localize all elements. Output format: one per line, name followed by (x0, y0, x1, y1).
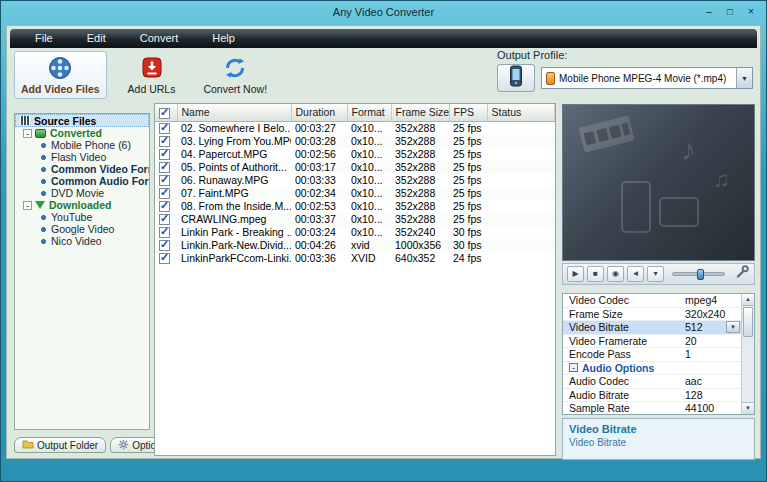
output-profile-select[interactable]: Mobile Phone MPEG-4 Movie (*.mp4) ▼ (541, 67, 753, 89)
dropdown-arrow-icon[interactable]: ▼ (736, 68, 752, 88)
output-folder-tab[interactable]: Output Folder (14, 437, 106, 453)
table-row[interactable]: Linkin Park - Breaking ...00:03:240x10..… (155, 226, 555, 239)
tree-item-common-video-form[interactable]: Common Video Form (15, 163, 149, 175)
table-row[interactable]: 07. Faint.MPG00:02:340x10...352x28825 fp… (155, 187, 555, 200)
device-button[interactable] (497, 64, 535, 92)
row-checkbox[interactable] (159, 162, 170, 173)
menu-edit[interactable]: Edit (70, 29, 123, 48)
scroll-down-button[interactable]: ▼ (742, 402, 754, 414)
select-all-header[interactable] (155, 104, 177, 121)
row-checkbox[interactable] (159, 175, 170, 186)
row-checkbox[interactable] (159, 188, 170, 199)
row-checkbox[interactable] (159, 253, 170, 264)
minimize-button[interactable]: – (702, 5, 716, 19)
row-checkbox-cell (155, 121, 177, 135)
tree-item-mobile-phone-6-[interactable]: Mobile Phone (6) (15, 139, 149, 151)
tree-item-label: Source Files (34, 115, 96, 127)
menu-file[interactable]: File (18, 29, 70, 48)
menu-convert[interactable]: Convert (123, 29, 196, 48)
setting-row-audio-options[interactable]: -Audio Options (563, 362, 741, 376)
titlebar[interactable]: Any Video Converter – □ × (1, 1, 766, 25)
tree-item-converted[interactable]: -Converted (15, 127, 149, 139)
tree-item-downloaded[interactable]: -Downloaded (15, 199, 149, 211)
setting-row-encode-pass[interactable]: Encode Pass1 (563, 348, 741, 362)
setting-label-text: Video Bitrate (569, 321, 629, 333)
value-dropdown-button[interactable]: ▼ (726, 321, 740, 333)
tree-item-dvd-movie[interactable]: DVD Movie (15, 187, 149, 199)
setting-row-audio-codec[interactable]: Audio Codecaac (563, 375, 741, 389)
close-button[interactable]: × (744, 5, 758, 19)
row-checkbox[interactable] (159, 136, 170, 147)
setting-row-frame-size[interactable]: Frame Size320x240 (563, 308, 741, 322)
cell-format: 0x10... (347, 135, 391, 148)
video-preview: ♪ ♫ (562, 104, 755, 261)
row-checkbox[interactable] (159, 214, 170, 225)
table-row[interactable]: 03. Lying From You.MPG00:03:280x10...352… (155, 135, 555, 148)
column-header-frame-size[interactable]: Frame Size (391, 104, 449, 121)
bullet-icon (41, 227, 46, 232)
column-header-name[interactable]: Name (177, 104, 291, 121)
setting-row-sample-rate[interactable]: Sample Rate44100 (563, 402, 741, 415)
setting-row-video-bitrate[interactable]: Video Bitrate512▼ (563, 321, 741, 335)
window-title: Any Video Converter (1, 6, 766, 18)
more-dropdown-button[interactable]: ▾ (647, 266, 664, 282)
row-checkbox[interactable] (159, 123, 170, 134)
tree-item-flash-video[interactable]: Flash Video (15, 151, 149, 163)
add-video-files-button[interactable]: Add Video Files (14, 51, 107, 99)
stop-button[interactable]: ■ (587, 266, 604, 282)
table-row[interactable]: 02. Somewhere I Belo...00:03:270x10...35… (155, 121, 555, 135)
table-row[interactable]: CRAWLING.mpeg00:03:370x10...352x28825 fp… (155, 213, 555, 226)
snapshot-button[interactable]: ◉ (607, 266, 624, 282)
tree-item-google-video[interactable]: Google Video (15, 223, 149, 235)
tree-item-source-files[interactable]: Source Files (15, 114, 149, 127)
settings-scrollbar[interactable]: ▲ ▼ (741, 294, 754, 414)
scroll-up-button[interactable]: ▲ (742, 294, 754, 306)
table-row[interactable]: 04. Papercut.MPG00:02:560x10...352x28825… (155, 148, 555, 161)
volume-thumb[interactable] (697, 269, 704, 280)
column-header-fps[interactable]: FPS (449, 104, 487, 121)
table-row[interactable]: Linkin.Park-New.Divid...00:04:26xvid1000… (155, 239, 555, 252)
select-all-checkbox[interactable] (159, 108, 170, 119)
phone-outline-icon (621, 181, 651, 233)
tools-button[interactable] (733, 266, 750, 282)
maximize-button[interactable]: □ (723, 5, 737, 19)
setting-label-text: Sample Rate (569, 402, 630, 414)
table-row[interactable]: LinkinParkFCcom-Linki...00:03:36XVID640x… (155, 252, 555, 265)
bullet-icon (41, 179, 46, 184)
cell-status (487, 174, 555, 187)
setting-label: Video Framerate (563, 335, 681, 347)
volume-slider[interactable] (672, 272, 725, 276)
expander-icon[interactable]: - (23, 129, 32, 138)
table-row[interactable]: 05. Points of Authorit...00:03:170x10...… (155, 161, 555, 174)
row-checkbox[interactable] (159, 227, 170, 238)
tree-item-common-audio-form[interactable]: Common Audio Form (15, 175, 149, 187)
row-checkbox[interactable] (159, 201, 170, 212)
setting-row-video-codec[interactable]: Video Codecmpeg4 (563, 294, 741, 308)
table-row[interactable]: 06. Runaway.MPG00:03:330x10...352x28825 … (155, 174, 555, 187)
tree-item-youtube[interactable]: YouTube (15, 211, 149, 223)
expander-icon[interactable]: - (23, 201, 32, 210)
scrollbar-thumb[interactable] (743, 307, 753, 337)
menu-help[interactable]: Help (195, 29, 252, 48)
cell-frame-size: 352x240 (391, 226, 449, 239)
setting-row-audio-bitrate[interactable]: Audio Bitrate128 (563, 389, 741, 403)
setting-row-video-framerate[interactable]: Video Framerate20 (563, 335, 741, 349)
collapse-icon[interactable]: - (569, 363, 578, 372)
row-checkbox[interactable] (159, 240, 170, 251)
file-table: NameDurationFormatFrame SizeFPSStatus 02… (155, 104, 555, 265)
convert-now-button[interactable]: Convert Now! (196, 51, 274, 99)
add-urls-button[interactable]: Add URLs (121, 51, 183, 99)
setting-label: Frame Size (563, 308, 681, 320)
column-header-duration[interactable]: Duration (291, 104, 347, 121)
cell-duration: 00:02:56 (291, 148, 347, 161)
column-header-status[interactable]: Status (487, 104, 555, 121)
play-button[interactable]: ▶ (567, 266, 584, 282)
tree-item-label: Nico Video (51, 235, 102, 247)
tree-item-label: Common Video Form (51, 163, 150, 175)
table-row[interactable]: 08. From the Inside.M...00:02:530x10...3… (155, 200, 555, 213)
column-header-format[interactable]: Format (347, 104, 391, 121)
conversion-settings-panel: Video Codecmpeg4Frame Size320x240Video B… (562, 293, 755, 415)
mute-button[interactable]: ◄ (627, 266, 644, 282)
row-checkbox[interactable] (159, 149, 170, 160)
tree-item-nico-video[interactable]: Nico Video (15, 235, 149, 247)
